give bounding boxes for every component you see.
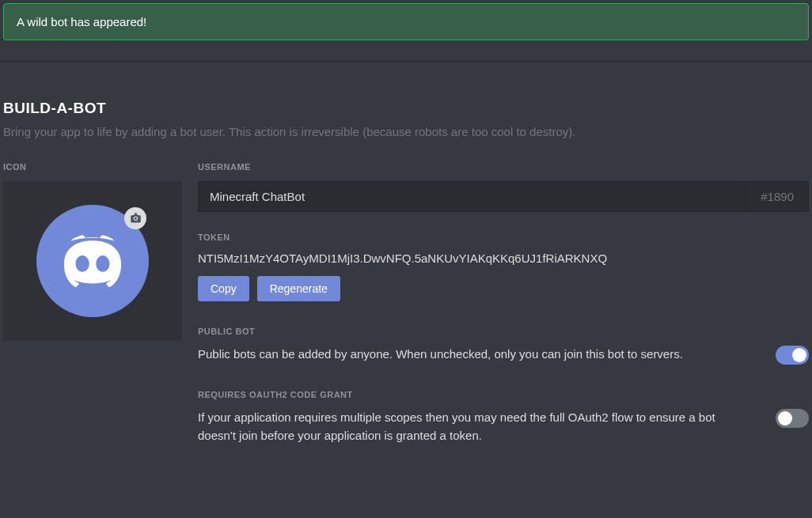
icon-upload-box[interactable] <box>3 181 182 341</box>
username-input[interactable] <box>198 181 746 212</box>
oauth-grant-toggle[interactable] <box>776 409 809 428</box>
oauth-grant-description: If your application requires multiple sc… <box>198 409 744 444</box>
username-label: USERNAME <box>198 162 809 172</box>
token-value: NTI5MzI1MzY4OTAyMDI1MjI3.DwvNFQ.5aNKUvYI… <box>198 251 809 265</box>
oauth-grant-label: REQUIRES OAUTH2 CODE GRANT <box>198 390 809 399</box>
public-bot-toggle[interactable] <box>776 346 809 365</box>
toggle-knob <box>778 411 792 425</box>
alert-banner: A wild bot has appeared! <box>3 3 809 40</box>
public-bot-label: PUBLIC BOT <box>198 327 809 336</box>
camera-icon <box>130 213 142 225</box>
public-bot-description: Public bots can be added by anyone. When… <box>198 346 744 364</box>
upload-badge[interactable] <box>124 207 146 229</box>
icon-label: ICON <box>3 162 182 172</box>
regenerate-button[interactable]: Regenerate <box>257 276 340 301</box>
avatar-placeholder <box>36 205 149 317</box>
section-subtitle: Bring your app to life by adding a bot u… <box>3 125 809 138</box>
alert-text: A wild bot has appeared! <box>17 15 146 28</box>
toggle-knob <box>792 348 806 362</box>
copy-button[interactable]: Copy <box>198 276 249 301</box>
token-label: TOKEN <box>198 233 809 242</box>
discord-logo-icon <box>59 227 127 295</box>
username-discriminator: #1890 <box>746 181 809 212</box>
section-title: BUILD-A-BOT <box>3 100 809 117</box>
